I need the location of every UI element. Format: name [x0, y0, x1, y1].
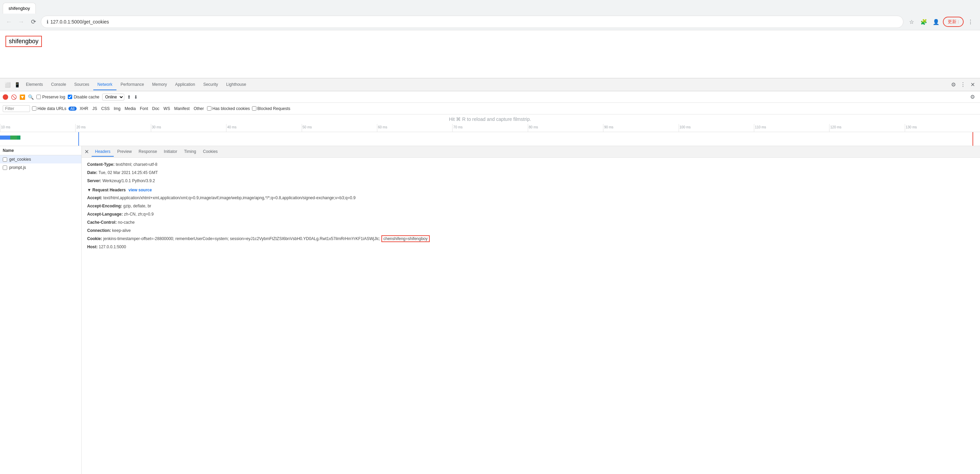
blocked-requests-checkbox[interactable]	[252, 106, 256, 111]
cookie-header-val: jenkins-timestamper-offset=-28800000; re…	[103, 236, 380, 241]
filter-input[interactable]	[3, 105, 30, 112]
file-checkbox[interactable]	[3, 157, 7, 162]
has-blocked-cookies-checkbox[interactable]	[207, 106, 212, 111]
tick-40ms: 40 ms	[226, 124, 301, 132]
network-settings-button[interactable]: ⚙	[968, 92, 977, 102]
extension-button[interactable]: 🧩	[918, 16, 929, 27]
header-key: Accept-Language:	[87, 212, 123, 216]
headers-content: Content-Type: text/html; charset=utf-8 D…	[82, 157, 980, 254]
tab-elements[interactable]: Elements	[22, 80, 47, 90]
devtools-close-button[interactable]: ✕	[968, 80, 977, 89]
devtools-more-button[interactable]: ⋮	[958, 80, 968, 89]
filter-media[interactable]: Media	[124, 106, 137, 111]
download-icon: ⬇	[134, 94, 138, 100]
filter-xhr[interactable]: XHR	[79, 106, 89, 111]
header-row: Connection: keep-alive	[87, 226, 975, 235]
tick-70ms: 70 ms	[452, 124, 527, 132]
blocked-requests-label[interactable]: Blocked Requests	[252, 106, 290, 111]
filter-ws[interactable]: WS	[162, 106, 171, 111]
throttle-select[interactable]: Online	[102, 94, 124, 100]
filter-js[interactable]: JS	[91, 106, 98, 111]
header-val: zh-CN, zh;q=0.9	[124, 212, 154, 216]
page-content-area: shifengboy	[0, 30, 980, 78]
header-row: Content-Type: text/html; charset=utf-8	[87, 161, 975, 169]
tick-20ms: 20 ms	[75, 124, 151, 132]
header-val: Werkzeug/1.0.1 Python/3.9.2	[102, 178, 155, 183]
update-button[interactable]: 更新 :	[943, 17, 964, 27]
view-source-link[interactable]: view source	[128, 188, 152, 192]
tab-sources[interactable]: Sources	[70, 80, 93, 90]
detail-tab-cookies[interactable]: Cookies	[200, 147, 221, 157]
tick-120ms: 120 ms	[829, 124, 904, 132]
filter-font[interactable]: Font	[139, 106, 149, 111]
tab-security[interactable]: Security	[199, 80, 222, 90]
profile-button[interactable]: 👤	[931, 16, 942, 27]
tab-network[interactable]: Network	[93, 80, 116, 90]
filter-css[interactable]: CSS	[100, 106, 111, 111]
filter-button[interactable]: 🔽	[19, 94, 25, 100]
upload-icon: ⬆	[127, 94, 131, 100]
header-val: no-cache	[118, 220, 135, 225]
browser-tab[interactable]: shifengboy	[3, 3, 36, 14]
record-button[interactable]	[3, 94, 8, 100]
detail-tab-preview[interactable]: Preview	[114, 147, 135, 157]
detail-tab-timing[interactable]: Timing	[180, 147, 200, 157]
detail-tab-response[interactable]: Response	[135, 147, 161, 157]
menu-button[interactable]: ⋮	[965, 16, 976, 27]
section-toggle[interactable]: ▼ Request Headers	[87, 188, 126, 192]
address-bar[interactable]: ℹ 127.0.0.1:5000/get_cookies	[41, 16, 904, 28]
tab-memory[interactable]: Memory	[148, 80, 171, 90]
devtools-panel: ⬜ 📱 Elements Console Sources Network Per…	[0, 78, 980, 474]
detail-tab-initiator[interactable]: Initiator	[161, 147, 180, 157]
clear-button[interactable]: 🚫	[11, 94, 17, 100]
tick-60ms: 60 ms	[377, 124, 452, 132]
has-blocked-cookies-label[interactable]: Has blocked cookies	[207, 106, 250, 111]
tab-console[interactable]: Console	[47, 80, 70, 90]
filter-all-badge[interactable]: All	[68, 107, 76, 111]
hide-data-urls-checkbox[interactable]	[32, 106, 37, 111]
filter-img[interactable]: Img	[113, 106, 122, 111]
list-item[interactable]: prompt.js	[0, 164, 81, 172]
bar-segment-green	[10, 135, 17, 140]
file-name: get_cookies	[9, 157, 31, 162]
bookmark-button[interactable]: ☆	[906, 16, 917, 27]
header-row: Accept-Encoding: gzip, deflate, br	[87, 202, 975, 210]
device-toolbar-button[interactable]: 📱	[12, 80, 22, 89]
reload-button[interactable]: ⟳	[29, 17, 38, 27]
list-item[interactable]: get_cookies	[0, 155, 81, 164]
disable-cache-label[interactable]: Disable cache	[68, 95, 99, 99]
timeline-bar-area	[0, 132, 980, 146]
header-row: Host: 127.0.0.1:5000	[87, 243, 975, 251]
tick-100ms: 100 ms	[679, 124, 754, 132]
filter-doc[interactable]: Doc	[151, 106, 161, 111]
security-icon: ℹ	[47, 19, 48, 24]
tab-lighthouse[interactable]: Lighthouse	[222, 80, 250, 90]
forward-button[interactable]: →	[16, 17, 26, 27]
inspect-element-button[interactable]: ⬜	[3, 80, 12, 89]
cookie-highlight-value: chenshifeng=shifengboy	[381, 235, 430, 242]
preserve-log-label[interactable]: Preserve log	[37, 95, 65, 99]
tab-performance[interactable]: Performance	[116, 80, 148, 90]
filter-other[interactable]: Other	[193, 106, 205, 111]
detail-close-button[interactable]: ✕	[84, 148, 89, 155]
detail-tab-headers[interactable]: Headers	[92, 147, 114, 157]
header-val: text/html,application/xhtml+xml,applicat…	[103, 196, 355, 200]
detail-panel: ✕ Headers Preview Response Initiator Tim…	[82, 146, 980, 474]
tick-10ms: 10 ms	[0, 124, 75, 132]
header-key: Date:	[87, 170, 97, 175]
search-button[interactable]: 🔍	[28, 94, 34, 100]
disable-cache-checkbox[interactable]	[68, 95, 72, 99]
devtools-settings-button[interactable]: ⚙	[949, 80, 958, 89]
hide-data-urls-label[interactable]: Hide data URLs	[32, 106, 67, 111]
header-key: Accept:	[87, 196, 102, 200]
header-val: 127.0.0.1:5000	[99, 245, 126, 249]
tab-application[interactable]: Application	[171, 80, 199, 90]
file-checkbox[interactable]	[3, 165, 7, 170]
timeline-area: Hit ⌘ R to reload and capture filmstrip.…	[0, 115, 980, 146]
file-list-header: Name	[0, 146, 81, 155]
tick-30ms: 30 ms	[151, 124, 226, 132]
back-button[interactable]: ←	[4, 17, 14, 27]
bar-segment-blue	[0, 135, 10, 140]
preserve-log-checkbox[interactable]	[37, 95, 41, 99]
filter-manifest[interactable]: Manifest	[173, 106, 190, 111]
